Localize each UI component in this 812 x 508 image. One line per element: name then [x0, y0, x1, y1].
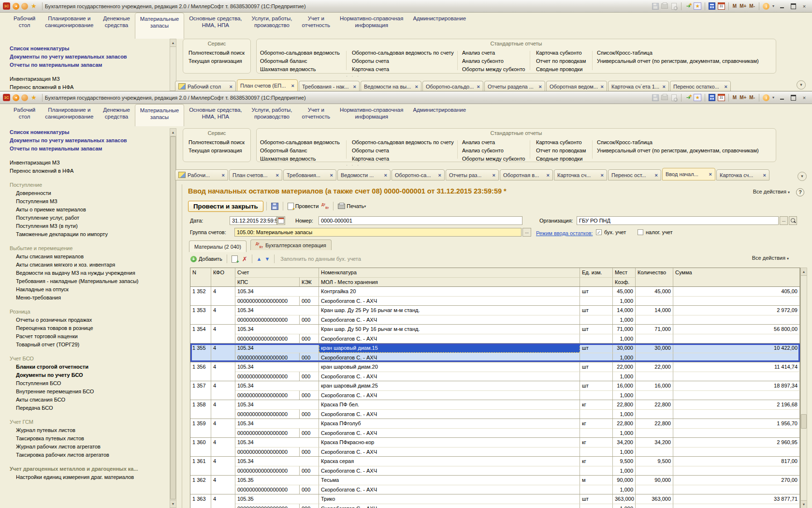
cell-mest[interactable]: 22,000 — [613, 362, 636, 372]
sidebar-item-9[interactable]: Поступление услуг, работ — [10, 214, 170, 222]
document-tab-3[interactable]: Ведомости на вы...× — [361, 81, 421, 91]
cell-n[interactable]: 1 362 — [190, 476, 211, 494]
report-link[interactable]: Обороты счета — [352, 148, 389, 153]
post-button[interactable]: Провести — [288, 203, 319, 210]
report-link[interactable]: Обороты между субконто — [462, 156, 525, 162]
cell-account[interactable]: 105.34 — [235, 400, 319, 409]
cell-kek[interactable]: 000 — [300, 447, 319, 456]
cell-sum[interactable]: 10 422,00 — [673, 344, 800, 353]
app-icon[interactable]: 1С — [3, 94, 10, 101]
sidebar-item-23[interactable]: Товарный отчет (ТОРГ29) — [10, 341, 170, 349]
sidebar-item-3[interactable]: Инвентаризация МЗ — [10, 75, 170, 83]
cell-sum[interactable]: 33 877,71 — [673, 494, 800, 504]
sidebar-item-13[interactable]: Акты списания материалов — [10, 253, 170, 261]
cell-n[interactable]: 1 361 — [190, 457, 211, 475]
save-icon[interactable] — [652, 94, 660, 102]
scroll-down-icon[interactable]: ▼ — [170, 500, 176, 508]
report-link[interactable]: Отчет по проводкам — [536, 58, 586, 64]
col-koef[interactable]: Коэф. — [613, 277, 636, 286]
number-field[interactable]: 0000-000001 — [319, 216, 522, 225]
cell-mol[interactable]: Скоробогатов С. - АХЧ — [319, 485, 580, 494]
cell-nomenclature[interactable]: Тесьма — [319, 476, 580, 485]
close-button[interactable]: × — [799, 2, 809, 10]
cell-mol[interactable]: Скоробогатов С. - АХЧ — [319, 334, 580, 343]
cell-kps[interactable]: 00000000000000000 — [235, 428, 300, 437]
sidebar-item-14[interactable]: Акты списания мягкого и хоз. инвентаря — [10, 261, 170, 269]
cell-sum[interactable]: 817,00 — [673, 457, 800, 466]
table-row[interactable]: 1 3584105.3400000000000000000000Краска П… — [190, 400, 800, 419]
table-all-actions-button[interactable]: Все действия ▾ — [752, 255, 789, 261]
section-tab-desktop[interactable]: Рабочийстол — [9, 13, 40, 39]
cell-sum[interactable]: 405,00 — [673, 287, 800, 296]
sidebar-item-10[interactable]: Поступления МЗ (в пути) — [10, 222, 170, 230]
minimize-button[interactable] — [777, 2, 787, 10]
sidebar-item-30[interactable]: Передача БСО — [10, 404, 170, 412]
cell-qty[interactable]: 16,000 — [636, 381, 673, 390]
cell-account[interactable]: 105.34 — [235, 457, 319, 466]
report-link[interactable]: Анализ счета — [462, 139, 495, 145]
col-kps[interactable]: КПС — [235, 277, 300, 286]
cell-kps[interactable]: 00000000000000000 — [235, 447, 300, 456]
document-tab-9[interactable]: Ввод начал...× — [662, 168, 715, 180]
chevron-down-icon[interactable]: ▾ — [772, 4, 774, 8]
cell-qty[interactable]: 34,200 — [636, 438, 673, 447]
sidebar-item-4[interactable]: Перенос вложений в НФА — [10, 83, 170, 91]
cell-kek[interactable]: 000 — [300, 485, 319, 494]
cell-sum[interactable]: 11 414,74 — [673, 362, 800, 372]
cell-unit[interactable]: кг — [580, 457, 613, 466]
report-link[interactable]: Оборотный баланс — [260, 58, 307, 64]
cell-account[interactable]: 105.35 — [235, 494, 319, 504]
date-calendar-button[interactable] — [277, 216, 285, 225]
tab-overflow-button[interactable]: ▾ — [798, 172, 807, 181]
cell-kfo[interactable]: 4 — [211, 494, 235, 508]
cell-unit[interactable]: м — [580, 476, 613, 485]
favorites-icon[interactable]: ★ — [694, 94, 702, 102]
report-link[interactable]: Оборотный баланс — [260, 148, 307, 153]
section-tab-materials[interactable]: Материальныезапасы — [135, 104, 184, 126]
close-tab-icon[interactable]: × — [436, 172, 441, 178]
cell-kps[interactable]: 00000000000000000 — [235, 390, 300, 400]
calendar-icon[interactable]: 31 — [717, 2, 725, 10]
cell-kps[interactable]: 00000000000000000 — [235, 466, 300, 475]
cell-mest[interactable]: 30,000 — [613, 344, 636, 353]
report-link[interactable]: Оборотно-сальдовая ведомость по счету — [352, 139, 454, 145]
splitter-grip[interactable]: · · · — [346, 163, 360, 167]
date-field[interactable]: 31.12.2015 23:59:59 — [230, 216, 277, 225]
close-tab-icon[interactable]: × — [219, 172, 225, 178]
restore-button[interactable] — [788, 2, 798, 10]
section-tab-services-production[interactable]: Услуги, работы,производство — [247, 104, 297, 126]
cell-n[interactable]: 1 359 — [190, 419, 211, 437]
organization-select-button[interactable]: ... — [780, 216, 788, 225]
report-link[interactable]: Карточка счета — [352, 156, 389, 162]
report-link[interactable]: Список/Кросс-таблица — [597, 50, 652, 56]
section-tab-accounting-reporting[interactable]: Учет иотчетность — [297, 104, 335, 126]
col-mest[interactable]: Мест — [613, 268, 636, 277]
cell-mol[interactable]: Скоробогатов С. - АХЧ — [319, 504, 580, 508]
cell-kek[interactable]: 000 — [300, 504, 319, 508]
all-actions-button[interactable]: Все действия ▾ — [753, 189, 790, 194]
scroll-up-icon[interactable]: ▲ — [801, 268, 807, 276]
close-tab-icon[interactable]: × — [707, 171, 712, 177]
cell-mest[interactable]: 90,000 — [613, 476, 636, 485]
cell-n[interactable]: 1 354 — [190, 325, 211, 343]
report-link[interactable]: Карточка субконто — [536, 50, 582, 56]
cell-mest[interactable]: 16,000 — [613, 381, 636, 390]
report-link[interactable]: Оборотно-сальдовая ведомость по счету — [352, 50, 454, 56]
cell-unit[interactable]: шт — [580, 494, 613, 504]
cell-qty[interactable]: 22,800 — [636, 400, 673, 409]
cell-kek[interactable]: 000 — [300, 409, 319, 418]
sidebar-item-3[interactable]: Инвентаризация МЗ — [10, 159, 170, 167]
move-down-button[interactable]: ▼ — [264, 256, 270, 262]
save-icon[interactable] — [652, 2, 660, 10]
cell-account[interactable]: 105.34 — [235, 325, 319, 334]
cell-mest[interactable]: 22,800 — [613, 400, 636, 409]
table-row[interactable]: 1 3544105.3400000000000000000000Кран шар… — [190, 325, 800, 344]
cell-qty[interactable]: 30,000 — [636, 344, 673, 353]
report-link[interactable]: Карточка субконто — [536, 139, 582, 145]
sidebar-item-21[interactable]: Переоценка товаров в рознице — [10, 324, 170, 332]
cell-unit[interactable]: кг — [580, 438, 613, 447]
chevron-down-icon[interactable]: ▾ — [772, 95, 774, 100]
fill-by-accounting-link[interactable]: Заполнить по данным бух. учета — [280, 256, 361, 262]
cell-nomenclature[interactable]: Краска ПФ бел. — [319, 400, 580, 409]
cell-koef[interactable]: 1,000 — [613, 296, 636, 305]
